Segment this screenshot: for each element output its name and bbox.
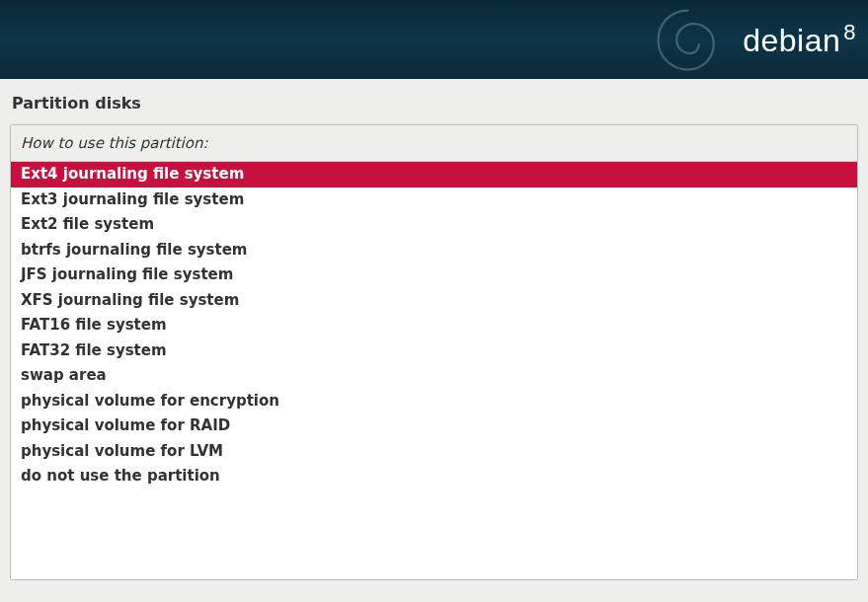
- brand-name-text: debian: [743, 23, 840, 58]
- option-item[interactable]: do not use the partition: [11, 464, 857, 489]
- option-item[interactable]: swap area: [11, 363, 857, 389]
- brand-name: debian8: [743, 20, 856, 59]
- debian-swirl-icon: [651, 3, 725, 77]
- main-content: Partition disks How to use this partitio…: [0, 79, 868, 580]
- option-item[interactable]: FAT32 file system: [11, 339, 857, 364]
- option-item[interactable]: physical volume for encryption: [11, 389, 857, 414]
- question-label: How to use this partition:: [11, 125, 857, 162]
- option-item[interactable]: Ext3 journaling file system: [11, 188, 857, 213]
- page-title: Partition disks: [10, 79, 858, 124]
- option-item[interactable]: XFS journaling file system: [11, 288, 857, 314]
- option-item[interactable]: Ext4 journaling file system: [11, 162, 857, 188]
- option-item[interactable]: physical volume for LVM: [11, 439, 857, 465]
- options-panel: How to use this partition: Ext4 journali…: [10, 124, 858, 580]
- option-item[interactable]: btrfs journaling file system: [11, 238, 857, 263]
- options-list: Ext4 journaling file systemExt3 journali…: [11, 162, 857, 579]
- option-item[interactable]: FAT16 file system: [11, 313, 857, 339]
- option-item[interactable]: JFS journaling file system: [11, 263, 857, 288]
- option-item[interactable]: physical volume for RAID: [11, 414, 857, 439]
- header-banner: debian8: [0, 0, 868, 79]
- option-item[interactable]: Ext2 file system: [11, 212, 857, 238]
- brand-version: 8: [843, 20, 856, 44]
